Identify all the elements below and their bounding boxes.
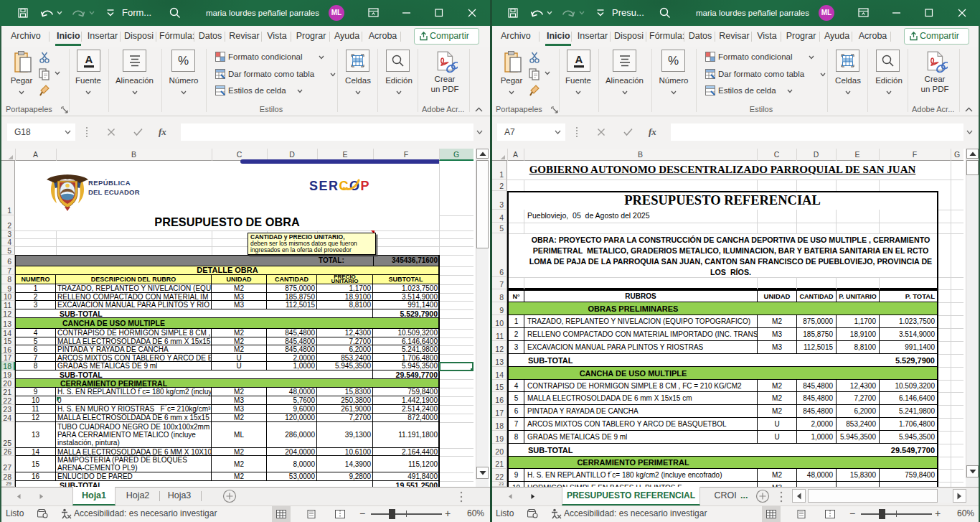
svg-text:A: A <box>575 53 583 65</box>
svg-text:A: A <box>85 53 93 65</box>
